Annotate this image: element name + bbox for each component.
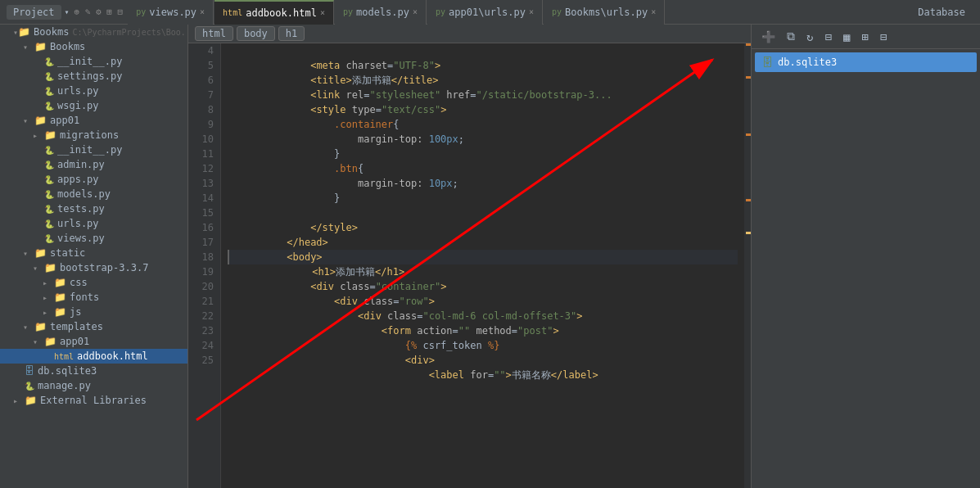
tests-label: tests.py bbox=[57, 203, 105, 215]
tab-addbook[interactable]: html addbook.html × bbox=[215, 0, 334, 25]
db-table-btn[interactable]: ⊞ bbox=[858, 29, 871, 45]
settings-py-icon: 🐍 bbox=[44, 72, 54, 81]
breadcrumb-body[interactable]: body bbox=[237, 26, 275, 41]
tab-models[interactable]: py models.py × bbox=[335, 0, 427, 25]
line-num-9: 9 bbox=[195, 117, 214, 132]
db-copy-btn[interactable]: ⧉ bbox=[784, 28, 798, 45]
admin-label: admin.py bbox=[57, 159, 105, 170]
tests-py-icon: 🐍 bbox=[44, 205, 54, 214]
urls-app01-py-icon: 🐍 bbox=[44, 219, 54, 228]
sidebar-apps[interactable]: 🐍 apps.py bbox=[0, 172, 187, 187]
sidebar-models[interactable]: 🐍 models.py bbox=[0, 187, 187, 201]
tab-app01-urls-close[interactable]: × bbox=[529, 7, 534, 16]
urls-bookms-label: urls.py bbox=[57, 85, 99, 97]
migrations-arrow bbox=[33, 131, 44, 140]
tab-views-close[interactable]: × bbox=[200, 7, 205, 16]
db-add-btn[interactable]: ➕ bbox=[758, 29, 779, 45]
sidebar-templates-folder[interactable]: 📁 templates bbox=[0, 319, 187, 334]
tab-views[interactable]: py views.py × bbox=[128, 0, 214, 25]
sidebar-settings[interactable]: 🐍 settings.py bbox=[0, 69, 187, 84]
sidebar-app01-tmpl-folder[interactable]: 📁 app01 bbox=[0, 334, 187, 349]
db-grid-btn[interactable]: ▦ bbox=[840, 29, 853, 45]
ext-libs-label: External Libraries bbox=[40, 395, 147, 406]
db-refresh-btn[interactable]: ↻ bbox=[803, 29, 816, 45]
js-label: js bbox=[70, 306, 81, 318]
fonts-arrow bbox=[43, 293, 54, 302]
sidebar-urls-app01[interactable]: 🐍 urls.py bbox=[0, 216, 187, 231]
app01-tmpl-folder-icon: 📁 bbox=[44, 336, 56, 347]
code-line-4: <meta charset="UTF-8"> bbox=[228, 43, 738, 58]
sidebar-css-folder[interactable]: 📁 css bbox=[0, 275, 187, 290]
app01-urls-icon: py bbox=[436, 7, 445, 16]
urls-app01-label: urls.py bbox=[57, 218, 99, 229]
editor-area: html body h1 4 5 6 7 8 9 10 11 12 13 14 … bbox=[188, 25, 751, 488]
breadcrumb-h1[interactable]: h1 bbox=[278, 26, 305, 41]
line-num-10: 10 bbox=[195, 132, 214, 147]
sidebar-js-folder[interactable]: 📁 js bbox=[0, 305, 187, 319]
app01-tmpl-arrow bbox=[33, 337, 44, 346]
tab-app01-urls[interactable]: py app01\urls.py × bbox=[427, 0, 543, 25]
sidebar-app01-folder[interactable]: 📁 app01 bbox=[0, 113, 187, 128]
sidebar-static-folder[interactable]: 📁 static bbox=[0, 246, 187, 260]
bootstrap-arrow bbox=[33, 264, 44, 273]
sidebar-bookms-folder[interactable]: 📁 Bookms bbox=[0, 39, 187, 54]
project-section: Project ▾ ⊕ ✎ ⚙ ⊞ ⊟ bbox=[7, 5, 124, 20]
sidebar-wsgi[interactable]: 🐍 wsgi.py bbox=[0, 98, 187, 113]
line-num-5: 5 bbox=[195, 58, 214, 73]
indicator-4 bbox=[746, 199, 751, 201]
sidebar-manage[interactable]: 🐍 manage.py bbox=[0, 378, 187, 393]
breadcrumb-html[interactable]: html bbox=[195, 26, 233, 41]
app01-label: app01 bbox=[50, 115, 79, 126]
sidebar-init-app01[interactable]: 🐍 __init__.py bbox=[0, 142, 187, 157]
project-dropdown-icon[interactable]: ▾ bbox=[65, 7, 70, 16]
sidebar-tests[interactable]: 🐍 tests.py bbox=[0, 201, 187, 216]
js-arrow bbox=[43, 308, 54, 317]
db-schema-btn[interactable]: ⊟ bbox=[821, 29, 834, 45]
bootstrap-folder-icon: 📁 bbox=[44, 262, 56, 273]
database-panel-header[interactable]: Database bbox=[910, 3, 973, 21]
sidebar-external-libs[interactable]: 📁 External Libraries bbox=[0, 393, 187, 408]
indicator-2 bbox=[746, 76, 751, 79]
sidebar-fonts-folder[interactable]: 📁 fonts bbox=[0, 290, 187, 305]
project-label[interactable]: Project bbox=[7, 5, 61, 20]
db-settings-btn[interactable]: ⊟ bbox=[877, 29, 890, 45]
sidebar-db-sqlite[interactable]: 🗄 db.sqlite3 bbox=[0, 364, 187, 378]
css-label: css bbox=[70, 277, 88, 288]
sidebar-admin[interactable]: 🐍 admin.py bbox=[0, 157, 187, 172]
sidebar-bootstrap-folder[interactable]: 📁 bootstrap-3.3.7 bbox=[0, 260, 187, 275]
tab-bookms-urls-close[interactable]: × bbox=[651, 7, 656, 16]
tab-models-label: models.py bbox=[356, 7, 409, 18]
tab-bookms-urls[interactable]: py Bookms\urls.py × bbox=[544, 0, 665, 25]
ext-libs-arrow bbox=[13, 396, 25, 405]
app01-tmpl-label: app01 bbox=[60, 336, 89, 347]
sidebar-init-bookms[interactable]: 🐍 __init__.py bbox=[0, 54, 187, 69]
line-num-19: 19 bbox=[195, 264, 214, 279]
manage-label: manage.py bbox=[38, 380, 91, 391]
code-editor[interactable]: 4 5 6 7 8 9 10 11 12 13 14 15 16 17 18 1… bbox=[188, 43, 751, 488]
code-line-15: </style> bbox=[228, 206, 738, 220]
db-sqlite-label: db.sqlite3 bbox=[38, 365, 97, 377]
db-content: 🗄 db.sqlite3 bbox=[752, 49, 980, 488]
sidebar-root[interactable]: 📁 Bookms C:\PycharmProjects\Boo... bbox=[0, 25, 187, 39]
templates-folder-icon: 📁 bbox=[34, 321, 47, 332]
apps-label: apps.py bbox=[57, 174, 99, 185]
db-sqlite3-item[interactable]: 🗄 db.sqlite3 bbox=[755, 52, 977, 72]
html-file-icon: html bbox=[223, 8, 242, 17]
sidebar-addbook-html[interactable]: html addbook.html bbox=[0, 349, 187, 364]
sidebar-migrations[interactable]: 📁 migrations bbox=[0, 128, 187, 142]
tab-addbook-close[interactable]: × bbox=[320, 8, 325, 17]
fonts-folder-icon: 📁 bbox=[54, 291, 66, 303]
sidebar-views[interactable]: 🐍 views.py bbox=[0, 231, 187, 246]
line-num-6: 6 bbox=[195, 73, 214, 88]
database-panel: ➕ ⧉ ↻ ⊟ ▦ ⊞ ⊟ 🗄 db.sqlite3 bbox=[751, 25, 980, 488]
templates-arrow bbox=[23, 323, 34, 332]
db-sqlite3-label: db.sqlite3 bbox=[778, 56, 837, 68]
tab-models-close[interactable]: × bbox=[413, 7, 418, 16]
sidebar-urls-bookms[interactable]: 🐍 urls.py bbox=[0, 84, 187, 98]
line-num-21: 21 bbox=[195, 294, 214, 309]
manage-py-icon: 🐍 bbox=[25, 382, 34, 391]
bookms-root-label: Bookms bbox=[34, 26, 69, 38]
line-num-23: 23 bbox=[195, 323, 214, 338]
static-arrow bbox=[23, 249, 34, 258]
line-num-11: 11 bbox=[195, 147, 214, 161]
